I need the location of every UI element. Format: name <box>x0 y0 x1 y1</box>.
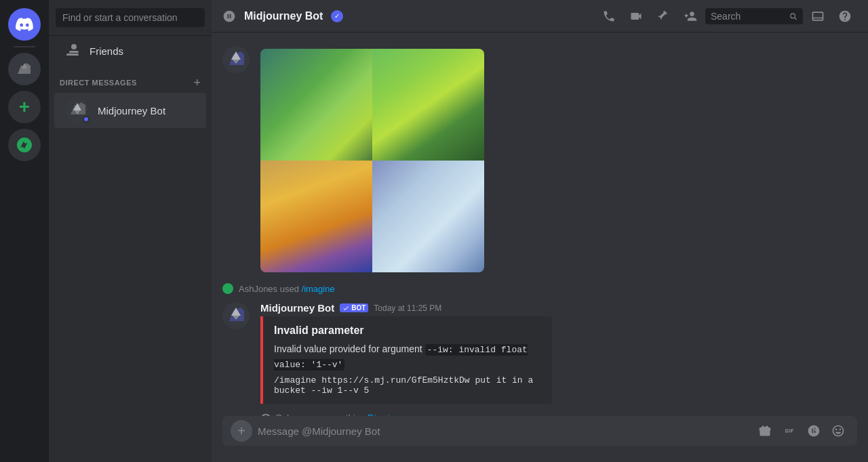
dm-section-title: Direct Messages <box>60 79 137 87</box>
input-icons <box>754 420 849 442</box>
message-input-area: + <box>212 416 868 462</box>
phone-button[interactable] <box>597 4 621 28</box>
message-group-error: Midjourney Bot BOT Today at 11:25 PM Inv… <box>212 299 868 406</box>
search-bar-container <box>49 0 212 36</box>
pinned-messages-button[interactable] <box>651 4 675 28</box>
server-rail: + <box>0 0 49 462</box>
server-icon-1[interactable] <box>8 53 41 85</box>
add-server-button[interactable]: + <box>8 91 41 123</box>
message-header-error: Midjourney Bot BOT Today at 11:25 PM <box>260 302 857 314</box>
imagine-command-link[interactable]: /imagine <box>302 284 335 294</box>
system-message-imagine: AshJones used /imagine <box>212 280 868 297</box>
sticker-button[interactable] <box>803 420 825 442</box>
emoji-button[interactable] <box>827 420 849 442</box>
message-input-field[interactable] <box>258 425 749 437</box>
search-box[interactable] <box>705 8 803 24</box>
message-time-error: Today at 11:25 PM <box>374 303 441 313</box>
dm-item-name: Midjourney Bot <box>98 105 165 117</box>
bot-badge: BOT <box>340 303 368 312</box>
top-bar-icons <box>597 4 857 28</box>
image-grid-cell-2 <box>372 49 484 161</box>
top-bar: Midjourney Bot ✓ <box>212 0 868 33</box>
bot-avatar-2 <box>222 302 250 329</box>
image-grid-cell-4 <box>372 161 484 272</box>
dm-section-header: Direct Messages + <box>49 66 212 93</box>
messages-area: AshJones used /imagine Midjourney Bot BO… <box>212 33 868 416</box>
message-group-1 <box>212 43 868 275</box>
bot-author-name: Midjourney Bot <box>260 302 334 314</box>
attach-file-button[interactable]: + <box>231 420 252 442</box>
main-content: Midjourney Bot ✓ <box>212 0 868 462</box>
inbox-button[interactable] <box>806 4 830 28</box>
add-dm-button[interactable]: + <box>193 77 201 89</box>
error-command: /imagine https://s.mj.run/GfEm5HztkDw pu… <box>274 375 541 396</box>
help-button[interactable] <box>833 4 857 28</box>
system-user: AshJones used <box>239 284 302 294</box>
friends-nav-item[interactable]: Friends <box>54 36 206 66</box>
video-button[interactable] <box>624 4 648 28</box>
friends-label: Friends <box>90 45 123 57</box>
search-input[interactable] <box>711 11 783 22</box>
add-friend-button[interactable] <box>678 4 703 28</box>
error-body: Invalid value provided for argument --iw… <box>274 342 541 371</box>
message-input-box: + <box>222 416 857 446</box>
status-dot-bot <box>83 116 90 123</box>
search-icon <box>789 11 797 22</box>
midjourney-bot-avatar <box>65 98 90 123</box>
image-grid-cell-1 <box>260 49 372 161</box>
dm-channel-icon <box>222 9 236 23</box>
image-grid-cell-3 <box>260 161 372 272</box>
find-conversation-input[interactable] <box>56 8 205 27</box>
dm-sidebar: Friends Direct Messages + Midjourney Bot <box>49 0 212 462</box>
discord-home-button[interactable] <box>8 8 41 41</box>
friends-icon <box>65 43 81 59</box>
error-body-text: Invalid value provided for argument <box>274 343 425 354</box>
error-embed: Invalid parameter Invalid value provided… <box>260 316 552 404</box>
generated-image-grid[interactable] <box>260 49 484 272</box>
dm-item-midjourney[interactable]: Midjourney Bot <box>54 93 206 128</box>
channel-name: Midjourney Bot <box>244 10 323 22</box>
gif-button[interactable] <box>778 420 800 442</box>
discover-button[interactable] <box>8 129 41 161</box>
system-message-icon <box>222 283 233 294</box>
error-title: Invalid parameter <box>274 324 541 337</box>
verified-badge: ✓ <box>331 10 343 22</box>
gift-button[interactable] <box>754 420 776 442</box>
system-message-text: AshJones used /imagine <box>239 284 335 294</box>
server-divider <box>14 46 35 47</box>
bot-avatar-1 <box>222 46 250 73</box>
